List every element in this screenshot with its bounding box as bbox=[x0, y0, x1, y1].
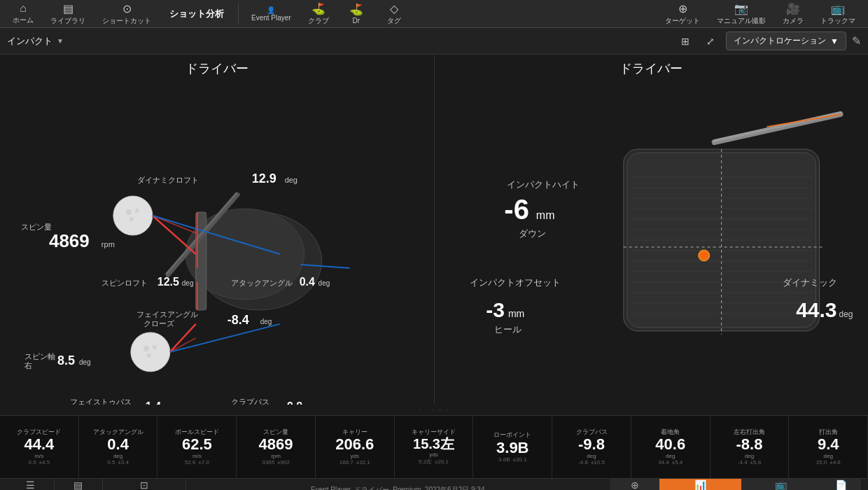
face-angle-value: -8.4 bbox=[227, 313, 249, 327]
stat-carry[interactable]: キャリー 206.6 yds 166.7 ±32.1 bbox=[316, 416, 395, 478]
bottom-nav-data[interactable]: ▤ データ(D) bbox=[55, 478, 103, 490]
list-icon: ☰ bbox=[26, 479, 35, 490]
stat-carry-unit: yds bbox=[351, 453, 359, 459]
tag-icon: ◇ bbox=[390, 2, 398, 15]
bottom-nav-secondary[interactable]: ⊡ セカンダリスクリーン bbox=[103, 478, 186, 490]
svg-point-10 bbox=[147, 354, 151, 358]
edit-button[interactable]: ✎ bbox=[852, 34, 861, 48]
stats-bar: クラブスピード 44.4 m/s 0.5 ±4.5 アタックアングル 0.4 d… bbox=[0, 415, 868, 478]
impact-location-dropdown[interactable]: インパクトロケーション ▼ bbox=[726, 31, 846, 50]
stat-carry-side-value: 15.3左 bbox=[413, 437, 454, 451]
nav-event-player[interactable]: 👤 Event Player bbox=[244, 5, 298, 23]
stat-launch-angle[interactable]: 打出角 9.4 deg 15.0 ±4.6 bbox=[789, 416, 868, 478]
nav-tag[interactable]: ◇ タグ bbox=[377, 1, 412, 27]
nav-divider-1 bbox=[238, 4, 239, 24]
nav-shortcut[interactable]: ⊙ ショートカット bbox=[95, 1, 158, 27]
stat-carry-sub: 166.7 ±32.1 bbox=[340, 459, 370, 465]
camera-icon: 🎥 bbox=[786, 2, 800, 15]
report-button[interactable]: 📄 レポ... bbox=[820, 479, 861, 491]
svg-text:deg: deg bbox=[260, 318, 272, 326]
face-to-path-value: 1.4 bbox=[146, 400, 161, 405]
svg-text:deg: deg bbox=[182, 279, 194, 287]
optimizer-icon: 📊 bbox=[694, 479, 706, 490]
stat-launch-angle-label: 打出角 bbox=[819, 428, 838, 436]
nav-dr[interactable]: ⛳ Dr bbox=[339, 1, 374, 26]
golf-ball-top bbox=[113, 196, 153, 235]
stat-low-point-sub: 3.6B ±20.1 bbox=[498, 456, 526, 463]
stat-attack-angle-value: 0.4 bbox=[107, 437, 129, 452]
blue-line-bot bbox=[170, 324, 280, 352]
stat-launch-direction-sub: -4.4 ±5.8 bbox=[738, 459, 761, 465]
stat-club-speed[interactable]: クラブスピード 44.4 m/s 0.5 ±4.5 bbox=[0, 416, 79, 478]
stat-low-point-value: 3.9B bbox=[496, 440, 528, 456]
stat-attack-angle[interactable]: アタックアングル 0.4 deg 0.5 ±3.4 bbox=[79, 416, 158, 478]
spin-axis-value: 8.5 bbox=[57, 354, 75, 368]
red-line-1 bbox=[153, 216, 196, 254]
impact-height-value: -6 bbox=[504, 194, 529, 225]
stat-carry-side-unit: yds bbox=[429, 451, 438, 458]
right-panel: ドライバー bbox=[435, 55, 869, 405]
impact-dropdown-arrow[interactable]: ▼ bbox=[57, 37, 64, 45]
stat-spin-label: スピン量 bbox=[263, 428, 288, 436]
stat-spin-value: 4869 bbox=[259, 437, 293, 452]
stat-launch-direction-value: -8.8 bbox=[736, 437, 763, 452]
dynamic-value-right: 44.3 bbox=[796, 298, 836, 321]
bottom-nav-list[interactable]: ☰ リスト(S) bbox=[7, 478, 55, 490]
spin-loft-value: 12.5 bbox=[158, 276, 179, 288]
attack-angle-label: アタックアングル bbox=[231, 279, 293, 287]
home-icon: ⌂ bbox=[20, 2, 27, 15]
stat-carry-side[interactable]: キャリーサイド 15.3左 yds 5.2左 ±20.1 bbox=[395, 416, 474, 478]
nav-library[interactable]: ▤ ライブラリ bbox=[43, 1, 92, 27]
drag-handle[interactable]: · · · · · bbox=[0, 405, 868, 415]
face-to-path-label1: フェイストゥパス bbox=[70, 398, 132, 405]
normalize-button[interactable]: ⊕ 正規化(N) bbox=[610, 479, 660, 491]
dynamic-loft-value: 12.9 bbox=[252, 172, 276, 186]
optimizer-button[interactable]: 📊 オプティマイザー(O) bbox=[659, 479, 741, 491]
stat-club-speed-value: 44.4 bbox=[24, 437, 54, 452]
manual-shot-icon: 📷 bbox=[734, 2, 748, 15]
club-head-group bbox=[167, 193, 322, 310]
stat-carry-value: 206.6 bbox=[335, 437, 374, 452]
impact-height-label: インパクトハイト bbox=[506, 179, 579, 190]
screencast-button[interactable]: 📺 スクリーンキャスト bbox=[741, 479, 820, 491]
stat-low-point-label: ローポイント bbox=[493, 431, 531, 439]
stat-attack-angle-unit: deg bbox=[113, 453, 122, 459]
club-path-value: -9.8 bbox=[284, 400, 303, 405]
stat-attack-angle-label: アタックアングル bbox=[93, 428, 144, 436]
right-visualization: インパクトハイト -6 mm ダウン インパクトオフセット -3 mm ヒール … bbox=[435, 76, 869, 405]
dynamic-loft-label: ダイナミクロフト bbox=[137, 176, 199, 184]
stat-launch-angle-sub: 15.0 ±4.6 bbox=[816, 459, 841, 465]
stat-landing-angle-unit: deg bbox=[666, 453, 675, 459]
expand-button[interactable]: ⤢ bbox=[701, 31, 720, 51]
impact-height-sublabel: ダウン bbox=[519, 228, 546, 239]
stat-attack-angle-sub: 0.5 ±3.4 bbox=[107, 459, 129, 465]
stat-landing-angle[interactable]: 着地角 40.6 deg 34.4 ±5.4 bbox=[631, 416, 710, 478]
impact-offset-label: インパクトオフセット bbox=[469, 277, 560, 288]
nav-manual-shot[interactable]: 📷 マニュアル撮影 bbox=[710, 1, 773, 27]
stat-launch-direction[interactable]: 左右打出角 -8.8 deg -4.4 ±5.8 bbox=[710, 416, 790, 478]
grid-view-button[interactable]: ⊞ bbox=[676, 31, 695, 51]
nav-tracker[interactable]: 📺 トラックマ bbox=[813, 1, 862, 27]
stat-low-point[interactable]: ローポイント 3.9B 3.6B ±20.1 bbox=[473, 416, 552, 478]
stat-launch-direction-label: 左右打出角 bbox=[734, 428, 765, 436]
stat-ball-speed[interactable]: ボールスピード 62.5 m/s 52.6 ±7.0 bbox=[158, 416, 237, 478]
tracker-icon: 📺 bbox=[831, 2, 845, 15]
svg-line-11 bbox=[170, 338, 196, 352]
nav-home[interactable]: ⌂ ホーム bbox=[6, 1, 41, 27]
svg-point-5 bbox=[126, 209, 132, 215]
nav-camera[interactable]: 🎥 カメラ bbox=[776, 1, 811, 27]
nav-target[interactable]: ⊕ ターゲット bbox=[658, 1, 707, 27]
svg-text:deg: deg bbox=[285, 176, 298, 184]
stat-ball-speed-value: 62.5 bbox=[182, 437, 212, 452]
face-angle-label1: フェイスアングル bbox=[136, 310, 198, 318]
stat-club-path[interactable]: クラブパス -9.8 deg -4.8 ±10.5 bbox=[552, 416, 631, 478]
stat-spin[interactable]: スピン量 4869 rpm 3365 ±902 bbox=[237, 416, 316, 478]
dynamic-unit-right: deg bbox=[839, 309, 853, 319]
svg-point-7 bbox=[130, 217, 134, 221]
stat-club-speed-unit: m/s bbox=[34, 453, 43, 459]
stat-club-path-label: クラブパス bbox=[576, 428, 608, 436]
nav-club[interactable]: ⛳ クラブ bbox=[301, 1, 336, 27]
svg-text:deg: deg bbox=[163, 404, 175, 405]
shortcut-icon: ⊙ bbox=[122, 2, 132, 15]
stat-spin-sub: 3365 ±902 bbox=[262, 459, 290, 465]
